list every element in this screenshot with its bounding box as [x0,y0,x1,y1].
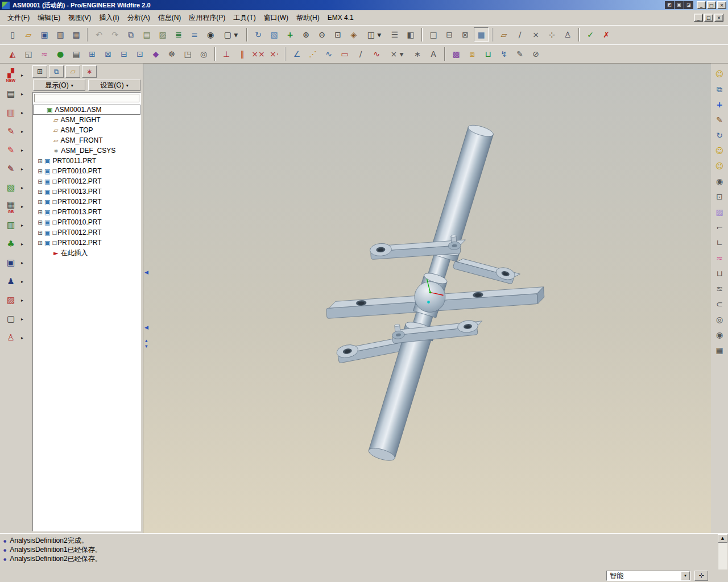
emx-person-icon[interactable]: ♙ ▸ [0,329,31,347]
emx-project-button[interactable]: ◭ [5,47,20,61]
tree-item-prt0012-1[interactable]: ⊞ ▣ □ PRT0012.PRT [33,176,140,186]
shade-button[interactable]: ▧ [267,27,282,42]
menu-file[interactable]: 文件(F) [3,11,34,25]
sketch-star-button[interactable]: ∗ [410,47,425,61]
expand-icon[interactable]: ⊞ [36,178,44,185]
copy-button[interactable]: ⧉ [123,27,138,42]
select-mode-button[interactable]: ▢ ▾ [219,27,243,42]
scroll-up-button[interactable]: ▲ [718,534,727,543]
purple-swatch-icon[interactable]: ▨ [713,205,726,218]
tree-item-asm-top[interactable]: ▱ ASM_TOP [33,125,140,135]
tree-item-prt0010-2[interactable]: ⊞ ▣ □ PRT0010.PRT [33,217,140,227]
emx-drawing-icon[interactable]: ▥ ▸ [0,103,31,122]
constraint-perpendicular-button[interactable]: ⊥ [219,47,234,61]
expand-icon[interactable]: ⊞ [36,219,44,226]
hidden-line-display-button[interactable]: ⊟ [442,27,457,42]
emx-blue-box-icon[interactable]: ▣ ▸ [0,253,31,272]
copy-window-icon[interactable]: ⧉ [713,82,726,95]
expand-icon[interactable]: ⊞ [36,209,44,215]
selection-filter-combo[interactable]: 智能 ▾ [606,571,690,581]
expand-icon[interactable]: ⊞ [36,240,44,246]
panel-arrow-down[interactable]: ▾ [145,344,148,349]
tray-icon[interactable]: ⊔ [713,266,726,280]
smiley-icon-3[interactable]: ☺ [713,159,726,172]
import-export-button[interactable]: ⧈ [465,47,479,61]
constraint-points-button[interactable]: ×× [251,47,266,61]
smiley-icon-2[interactable]: ☺ [713,143,726,157]
tree-folder-icon[interactable]: ▱ [65,65,80,78]
emx-grid-button[interactable]: ⊟ [117,47,131,61]
datum-points-toggle[interactable]: × [528,27,543,42]
export-button[interactable]: ▥ [53,27,68,42]
grid-small-icon[interactable]: ▦ [713,343,726,356]
emx-team-icon[interactable]: ♟ ▸ [0,272,31,291]
tree-favorites-icon[interactable]: ∗ [82,65,97,78]
tree-item-prt0011[interactable]: ⊞ ▣ PRT0011.PRT [33,156,140,166]
tray-indicator-icon-2[interactable]: ▣ [675,1,684,9]
tree-item-asm-front[interactable]: ▱ ASM_FRONT [33,135,140,146]
saved-views-button[interactable]: ◫ ▾ [362,27,386,42]
emx-chart-icon[interactable]: ▧ ▸ [0,178,31,197]
tree-settings-button[interactable]: 设置(G) ▾ [88,80,140,91]
tree-display-button[interactable]: 显示(O) ▾ [33,80,85,91]
tree-item-prt0012-4[interactable]: ⊞ ▣ □ PRT0012.PRT [33,238,140,248]
expand-icon[interactable]: ⊞ [36,189,44,195]
redo-button[interactable]: ↷ [107,27,122,42]
menu-applications[interactable]: 应用程序(P) [185,11,229,25]
save-button[interactable]: ▣ [37,27,52,42]
emx-document-button[interactable]: ▤ [69,47,84,61]
measure-icon[interactable]: ⌐ [713,220,726,234]
panel-arrow-up[interactable]: ▴ [145,338,148,343]
repaint-button[interactable]: ↻ [251,27,266,42]
emx-marker-icon[interactable]: ✎ ▸ [0,160,31,178]
emx-pencil-icon[interactable]: ✎ ▸ [0,141,31,160]
disc-stack-icon[interactable]: ≋ [713,281,726,295]
emx-moldbase-button[interactable]: ◱ [21,47,36,61]
restore-button[interactable]: □ [707,1,716,9]
menu-tools[interactable]: 工具(T) [229,11,259,25]
spin-center-button[interactable]: + [283,27,297,42]
child-minimize-button[interactable]: _ [694,14,703,22]
emx-report-icon[interactable]: ▤ ▸ [0,85,31,103]
shaded-display-button[interactable]: ■ [474,27,489,42]
menu-edit[interactable]: 编辑(E) [34,11,64,25]
emx-grid-add-button[interactable]: ⊞ [85,47,100,61]
open-file-button[interactable]: ▱ [21,27,36,42]
panel-collapse-arrow-2[interactable]: ◀ [144,325,148,330]
rotate-view-icon[interactable]: ↻ [713,128,726,142]
emx-box-button[interactable]: ◳ [180,47,195,61]
panel-collapse-arrow-1[interactable]: ◀ [144,270,148,275]
tree-item-insert-here[interactable]: ► 在此插入 [33,248,140,258]
sketch-curve-button[interactable]: ∿ [369,47,384,61]
expand-icon[interactable]: ⊞ [36,199,44,205]
tree-copy-icon[interactable]: ⧉ [49,65,64,78]
ring-icon[interactable]: ◎ [713,312,726,326]
sketch-point-ladder-button[interactable]: ⋰ [305,47,320,61]
selection-tool-button[interactable]: ⊹ [694,571,708,581]
move-icon[interactable]: + [713,97,726,111]
tree-item-prt0012-3[interactable]: ⊞ ▣ □ PRT0012.PRT [33,227,140,238]
paste-button[interactable]: ▤ [139,27,154,42]
menu-emx[interactable]: EMX 4.1 [324,11,358,24]
menu-view[interactable]: 视图(V) [64,11,95,25]
tree-item-asm-def-csys[interactable]: ∗ ASM_DEF_CSYS [33,146,140,156]
datum-axes-toggle[interactable]: ∕ [512,27,527,42]
zoom-fit-button[interactable]: ⊡ [330,27,345,42]
layers-button[interactable]: ☰ [387,27,402,42]
expand-icon[interactable]: ⊞ [36,230,44,236]
menu-window[interactable]: 窗口(W) [260,11,292,25]
no-hidden-display-button[interactable]: ⊠ [458,27,473,42]
emx-gb-standard-icon[interactable]: ▦ GB ▸ [0,197,31,216]
sketch-rect-button[interactable]: ▭ [337,47,352,61]
zoom-out-button[interactable]: ⊖ [315,27,329,42]
datum-csys-toggle[interactable]: ⊹ [544,27,559,42]
emx-annotate-icon[interactable]: ✎ ▸ [0,122,31,141]
paste-special-button[interactable]: ▨ [155,27,170,42]
sketch-line-button[interactable]: ∕ [353,47,368,61]
annotation-toggle[interactable]: ♙ [560,27,575,42]
sphere-icon-2[interactable]: ◉ [713,327,726,341]
constraint-parallel-button[interactable]: ∥ [235,47,250,61]
sketch-text-button[interactable]: A [426,47,441,61]
tree-item-prt0010-1[interactable]: ⊞ ▣ □ PRT0010.PRT [33,166,140,176]
regen-manager-button[interactable]: ≡ [187,27,202,42]
